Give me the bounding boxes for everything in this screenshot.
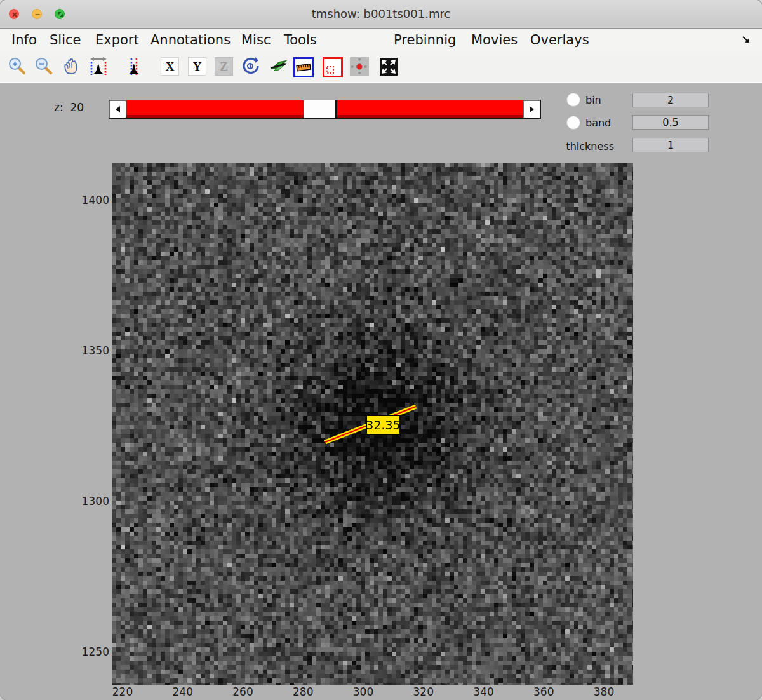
menu-slice[interactable]: Slice (50, 29, 81, 51)
y-tick-label: 1300 (64, 495, 109, 508)
fit-view-button[interactable] (380, 58, 398, 76)
menu-tools[interactable]: Tools (284, 29, 317, 51)
z-slider-thumb[interactable] (304, 100, 337, 118)
window-title: tmshow: b001ts001.mrc (0, 7, 762, 20)
zoom-out-button[interactable] (32, 55, 55, 77)
menu-prebinnig[interactable]: Prebinnig (394, 29, 456, 51)
z-label-text: z: (54, 101, 64, 114)
bin-input[interactable] (632, 93, 709, 107)
band-input[interactable] (632, 115, 709, 130)
center-marker-icon (350, 57, 369, 76)
pan-hand-icon (62, 57, 81, 76)
ruler-icon (295, 59, 312, 76)
menu-movies[interactable]: Movies (471, 29, 518, 51)
region-select-icon (324, 59, 341, 76)
z-slider[interactable] (109, 100, 541, 119)
band-label: band (585, 117, 611, 129)
histogram-range-button[interactable] (87, 55, 110, 77)
z-axis-label: Z (220, 60, 228, 74)
x-tick-label: 240 (163, 685, 203, 698)
bin-label: bin (585, 94, 601, 106)
menu-overflow-arrow-icon[interactable] (740, 34, 752, 48)
zoom-in-icon (8, 57, 27, 76)
thickness-label: thickness (551, 140, 614, 152)
y-axis-label: Y (193, 60, 202, 74)
menu-overlays[interactable]: Overlays (530, 29, 589, 51)
rotate-button[interactable] (239, 55, 262, 77)
zoom-out-icon (34, 57, 53, 76)
center-marker-button[interactable] (350, 57, 369, 76)
menu-annotations[interactable]: Annotations (150, 29, 231, 51)
x-tick-label: 360 (523, 685, 564, 698)
left-arrow-icon (116, 106, 120, 112)
slice-image-viewer[interactable]: 32.35 (112, 163, 633, 685)
slider-right-arrow-button[interactable] (523, 100, 540, 118)
histogram-range-icon (88, 56, 109, 76)
x-tick-label: 280 (283, 685, 323, 698)
y-axis-button[interactable]: Y (188, 57, 206, 76)
histogram-band-icon (124, 56, 144, 76)
app-window: tmshow: b001ts001.mrc InfoSliceExportAnn… (0, 0, 762, 700)
histogram-band-button[interactable] (123, 55, 145, 77)
z-value: 20 (70, 101, 84, 114)
slice-plane-icon (269, 56, 289, 76)
z-slice-label: z: 20 (54, 101, 84, 114)
x-axis-label: X (166, 60, 175, 74)
x-tick-label: 300 (343, 685, 384, 698)
fit-view-icon (380, 58, 397, 75)
rotate-icon (241, 56, 261, 76)
y-tick-label: 1400 (64, 194, 109, 206)
slice-plane-button[interactable] (267, 55, 290, 77)
x-tick-label: 260 (223, 685, 264, 698)
slider-left-arrow-button[interactable] (109, 100, 126, 118)
menu-bar: InfoSliceExportAnnotationsMiscToolsPrebi… (0, 29, 762, 51)
title-bar[interactable]: tmshow: b001ts001.mrc (0, 0, 762, 29)
z-axis-button: Z (215, 57, 233, 76)
x-axis-button[interactable]: X (161, 57, 179, 76)
x-tick-label: 380 (584, 685, 624, 698)
menu-info[interactable]: Info (11, 29, 37, 51)
x-tick-label: 320 (403, 685, 444, 698)
band-radio[interactable] (566, 116, 580, 130)
region-select-button[interactable] (323, 57, 343, 77)
menu-export[interactable]: Export (95, 29, 139, 51)
zoom-in-button[interactable] (6, 55, 29, 77)
bin-radio[interactable] (566, 93, 580, 107)
menu-misc[interactable]: Misc (241, 29, 271, 51)
x-tick-label: 220 (102, 685, 143, 698)
tomogram-slice-image[interactable] (112, 163, 633, 685)
right-arrow-icon (530, 106, 534, 112)
y-tick-label: 1250 (64, 645, 109, 658)
x-tick-label: 340 (464, 685, 504, 698)
y-tick-label: 1350 (64, 344, 109, 357)
thickness-input[interactable] (632, 138, 709, 152)
pan-tool-button[interactable] (60, 55, 83, 77)
measure-ruler-button[interactable] (293, 57, 314, 77)
